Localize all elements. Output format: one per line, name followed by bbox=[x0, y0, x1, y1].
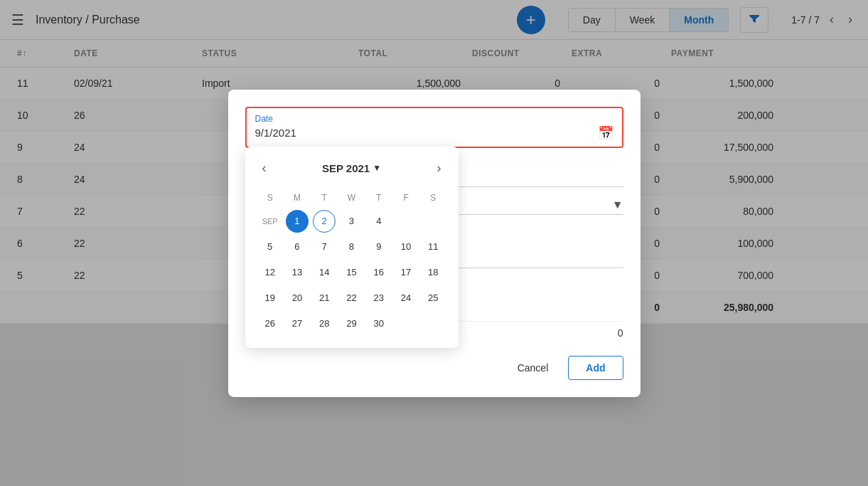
calendar-prev-btn[interactable]: ‹ bbox=[257, 158, 272, 179]
weekday-t1: T bbox=[311, 190, 338, 206]
day-23[interactable]: 23 bbox=[368, 287, 390, 310]
day-19[interactable]: 19 bbox=[259, 287, 282, 310]
chevron-down-icon: ▼ bbox=[373, 163, 381, 173]
day-28[interactable]: 28 bbox=[313, 312, 336, 335]
day-4[interactable]: 4 bbox=[368, 210, 390, 233]
day-12[interactable]: 12 bbox=[259, 261, 282, 284]
day-20[interactable]: 20 bbox=[286, 287, 309, 310]
calendar-icon[interactable]: 📅 bbox=[598, 125, 614, 141]
day-9[interactable]: 9 bbox=[368, 236, 390, 258]
calendar-month-label: SEP 2021 ▼ bbox=[322, 162, 381, 174]
calendar-weekdays: S M T W T F S bbox=[257, 190, 447, 206]
day-17[interactable]: 17 bbox=[395, 261, 417, 284]
day-15[interactable]: 15 bbox=[340, 261, 363, 284]
day-11[interactable]: 11 bbox=[422, 236, 444, 258]
cancel-button[interactable]: Cancel bbox=[506, 356, 560, 380]
day-22[interactable]: 22 bbox=[340, 287, 363, 310]
day-5[interactable]: 5 bbox=[259, 236, 282, 258]
day-7[interactable]: 7 bbox=[313, 236, 336, 258]
chevron-down-icon: ▼ bbox=[612, 199, 623, 211]
day-8[interactable]: 8 bbox=[340, 236, 363, 258]
weekday-t2: T bbox=[365, 190, 392, 206]
day-6[interactable]: 6 bbox=[286, 236, 309, 258]
day-18[interactable]: 18 bbox=[422, 261, 444, 284]
day-26[interactable]: 26 bbox=[259, 312, 282, 335]
month-abbr-label: SEP bbox=[259, 210, 282, 233]
day-2[interactable]: 2 bbox=[313, 210, 336, 233]
day-13[interactable]: 13 bbox=[286, 261, 309, 284]
weekday-f: F bbox=[392, 190, 419, 206]
total-value: 0 bbox=[618, 327, 623, 339]
day-29[interactable]: 29 bbox=[340, 312, 363, 335]
day-10[interactable]: 10 bbox=[395, 236, 417, 258]
day-21[interactable]: 21 bbox=[313, 287, 336, 310]
day-27[interactable]: 27 bbox=[286, 312, 309, 335]
date-field-wrapper: Date 📅 bbox=[245, 107, 623, 148]
calendar-next-btn[interactable]: › bbox=[431, 158, 446, 179]
date-input[interactable] bbox=[255, 127, 598, 139]
day-16[interactable]: 16 bbox=[368, 261, 390, 284]
dialog-actions: Cancel Add bbox=[245, 356, 623, 380]
calendar-header: ‹ SEP 2021 ▼ › bbox=[257, 158, 447, 179]
calendar-days: SEP 1 2 3 4 5 6 7 8 9 10 11 12 bbox=[257, 208, 447, 337]
day-14[interactable]: 14 bbox=[313, 261, 336, 284]
add-button[interactable]: Add bbox=[568, 356, 623, 380]
day-25[interactable]: 25 bbox=[422, 287, 444, 310]
weekday-s1: S bbox=[257, 190, 284, 206]
day-1[interactable]: 1 bbox=[286, 210, 309, 233]
weekday-w: W bbox=[338, 190, 365, 206]
day-24[interactable]: 24 bbox=[395, 287, 417, 310]
weekday-s2: S bbox=[419, 190, 446, 206]
calendar-dropdown: ‹ SEP 2021 ▼ › S M T W T F S bbox=[245, 147, 459, 348]
overlay: Date 📅 ‹ SEP 2021 ▼ › S M bbox=[0, 0, 868, 486]
day-30[interactable]: 30 bbox=[368, 312, 390, 335]
date-field-label: Date bbox=[255, 114, 614, 124]
day-3[interactable]: 3 bbox=[340, 210, 363, 233]
weekday-m: M bbox=[284, 190, 311, 206]
dialog: Date 📅 ‹ SEP 2021 ▼ › S M bbox=[228, 90, 641, 397]
